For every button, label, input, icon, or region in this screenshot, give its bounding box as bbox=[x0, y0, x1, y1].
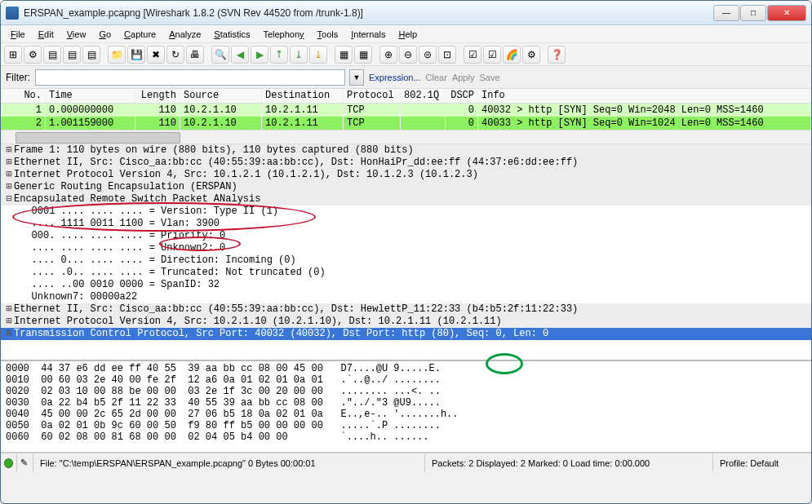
tool-reload[interactable]: ↻ bbox=[166, 46, 184, 64]
filter-clear[interactable]: Clear bbox=[426, 73, 447, 82]
toolbar: ⊞ ⚙ ▤ ▤ ▤ 📁 💾 ✖ ↻ 🖶 🔍 ◀ ▶ ⤒ ⤓ ⤓ ▦ ▦ ⊕ ⊖ … bbox=[1, 43, 811, 66]
tool-colorize[interactable]: ▦ bbox=[335, 46, 353, 64]
titlebar: ERSPAN_example.pcapng [Wireshark 1.8.2 (… bbox=[1, 1, 811, 25]
window-title: ERSPAN_example.pcapng [Wireshark 1.8.2 (… bbox=[24, 7, 713, 19]
detail-truncated: .... .0.. .... .... = Truncated: Not tru… bbox=[1, 267, 811, 279]
col-no[interactable]: No. bbox=[1, 89, 46, 103]
filter-label: Filter: bbox=[6, 72, 30, 83]
tool-stop[interactable]: ▤ bbox=[63, 46, 81, 64]
col-destination[interactable]: Destination bbox=[262, 89, 344, 103]
filter-save[interactable]: Save bbox=[479, 73, 499, 82]
tool-restart[interactable]: ▤ bbox=[82, 46, 100, 64]
detail-ip-inner: ⊞Internet Protocol Version 4, Src: 10.2.… bbox=[1, 316, 811, 328]
col-time[interactable]: Time bbox=[46, 89, 135, 103]
menu-go[interactable]: Go bbox=[92, 27, 118, 42]
detail-gre: ⊞Generic Routing Encapsulation (ERSPAN) bbox=[1, 181, 811, 193]
tool-resize[interactable]: ⊡ bbox=[438, 46, 456, 64]
filter-input[interactable] bbox=[35, 69, 345, 86]
menu-edit[interactable]: Edit bbox=[32, 27, 60, 42]
status-packets: Packets: 2 Displayed: 2 Marked: 0 Load t… bbox=[425, 453, 713, 472]
status-profile[interactable]: Profile: Default bbox=[713, 453, 811, 472]
tool-help[interactable]: ❓ bbox=[548, 46, 566, 64]
col-source[interactable]: Source bbox=[180, 89, 262, 103]
detail-priority: 000. .... .... .... = Priority: 0 bbox=[1, 230, 811, 242]
menu-help[interactable]: Help bbox=[392, 27, 424, 42]
tool-last[interactable]: ⤓ bbox=[309, 46, 327, 64]
packet-row-1[interactable]: 1 0.000000000 110 10.2.1.10 10.2.1.11 TC… bbox=[1, 104, 811, 117]
detail-direction: .... 0... .... .... = Direction: Incomin… bbox=[1, 254, 811, 267]
col-length[interactable]: Length bbox=[135, 89, 180, 103]
col-8021q[interactable]: 802.1Q bbox=[401, 89, 446, 103]
menu-analyze[interactable]: Analyze bbox=[162, 27, 207, 42]
filter-dropdown[interactable]: ▼ bbox=[349, 69, 364, 86]
tool-displayfilters[interactable]: ☑ bbox=[483, 46, 501, 64]
detail-vlan: .... 1111 0011 1100 = Vlan: 3900 bbox=[1, 218, 811, 230]
detail-unknown2: .... .... .... .... = Unknown2: 0 bbox=[1, 242, 811, 254]
tool-coloring[interactable]: 🌈 bbox=[503, 46, 521, 64]
packet-header[interactable]: No. Time Length Source Destination Proto… bbox=[1, 89, 811, 104]
detail-eth-outer: ⊞Ethernet II, Src: Cisco_aa:bb:cc (40:55… bbox=[1, 157, 811, 169]
tool-open[interactable]: 📁 bbox=[108, 46, 126, 64]
menu-tools[interactable]: Tools bbox=[311, 27, 345, 42]
status-file: File: "C:\temp\ERSPAN\ERSPAN_example.pca… bbox=[33, 453, 425, 472]
col-dscp[interactable]: DSCP bbox=[446, 89, 478, 103]
filter-bar: Filter: ▼ Expression... Clear Apply Save bbox=[1, 66, 811, 89]
app-icon bbox=[6, 7, 19, 20]
tool-find[interactable]: 🔍 bbox=[211, 46, 229, 64]
detail-unknown7: Unknown7: 00000a22 bbox=[1, 291, 811, 303]
packet-row-2[interactable]: 2 1.001159000 110 10.2.1.10 10.2.1.11 TC… bbox=[1, 117, 811, 130]
col-info[interactable]: Info bbox=[478, 89, 811, 103]
detail-tcp: ⊞Transmission Control Protocol, Src Port… bbox=[1, 328, 811, 340]
tool-save[interactable]: 💾 bbox=[127, 46, 145, 64]
filter-apply[interactable]: Apply bbox=[452, 73, 475, 82]
detail-eth-inner: ⊞Ethernet II, Src: Cisco_aa:bb:cc (40:55… bbox=[1, 303, 811, 316]
tool-print[interactable]: 🖶 bbox=[186, 46, 204, 64]
detail-version: 0001 .... .... .... = Version: Type II (… bbox=[1, 206, 811, 218]
tool-start[interactable]: ▤ bbox=[43, 46, 61, 64]
detail-ip-outer: ⊞Internet Protocol Version 4, Src: 10.1.… bbox=[1, 169, 811, 181]
expert-info-icon[interactable] bbox=[1, 453, 17, 472]
statusbar: ✎ File: "C:\temp\ERSPAN\ERSPAN_example.p… bbox=[1, 453, 811, 472]
packet-list: No. Time Length Source Destination Proto… bbox=[1, 89, 811, 130]
menu-telephony[interactable]: Telephony bbox=[256, 27, 310, 42]
tool-zoom100[interactable]: ⊜ bbox=[419, 46, 437, 64]
tool-first[interactable]: ⤓ bbox=[290, 46, 308, 64]
maximize-button[interactable]: □ bbox=[740, 5, 766, 21]
menu-statistics[interactable]: Statistics bbox=[207, 27, 256, 42]
close-button[interactable]: ✕ bbox=[767, 5, 806, 21]
detail-spanid: .... ..00 0010 0000 = SpanID: 32 bbox=[1, 279, 811, 291]
filter-expression[interactable]: Expression... bbox=[369, 73, 421, 82]
tool-close[interactable]: ✖ bbox=[147, 46, 165, 64]
edit-icon[interactable]: ✎ bbox=[17, 453, 33, 472]
tool-zoomin[interactable]: ⊕ bbox=[379, 46, 397, 64]
tool-goto[interactable]: ⤒ bbox=[270, 46, 288, 64]
menubar: File Edit View Go Capture Analyze Statis… bbox=[1, 25, 811, 43]
tool-fwd[interactable]: ▶ bbox=[251, 46, 268, 64]
tool-prefs[interactable]: ⚙ bbox=[522, 46, 540, 64]
col-protocol[interactable]: Protocol bbox=[344, 89, 401, 103]
detail-frame: ⊞Frame 1: 110 bytes on wire (880 bits), … bbox=[1, 144, 811, 157]
menu-capture[interactable]: Capture bbox=[118, 27, 162, 42]
tool-back[interactable]: ◀ bbox=[231, 46, 249, 64]
minimize-button[interactable]: — bbox=[713, 5, 739, 21]
tool-capturefilters[interactable]: ☑ bbox=[464, 46, 481, 64]
tool-autoscroll[interactable]: ▦ bbox=[354, 46, 372, 64]
menu-view[interactable]: View bbox=[60, 27, 93, 42]
menu-internals[interactable]: Internals bbox=[344, 27, 392, 42]
menu-file[interactable]: File bbox=[4, 27, 32, 42]
detail-erspan: ⊟Encapsulated Remote Switch Packet ANaly… bbox=[1, 193, 811, 206]
tool-interfaces[interactable]: ⊞ bbox=[4, 46, 22, 64]
horizontal-scrollbar[interactable] bbox=[1, 130, 811, 144]
bytes-pane[interactable]: 0000 44 37 e6 dd ee ff 40 55 39 aa bb cc… bbox=[1, 361, 811, 453]
details-pane[interactable]: ⊞Frame 1: 110 bytes on wire (880 bits), … bbox=[1, 144, 811, 361]
tool-options[interactable]: ⚙ bbox=[24, 46, 42, 64]
tool-zoomout[interactable]: ⊖ bbox=[399, 46, 417, 64]
